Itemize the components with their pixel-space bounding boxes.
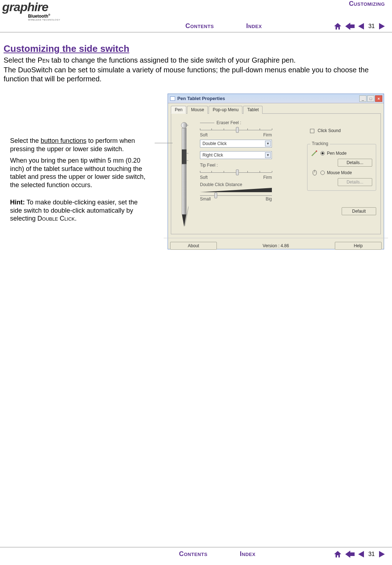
tab-popup-menu[interactable]: Pop-up Menu (209, 106, 242, 114)
svg-marker-21 (379, 551, 385, 557)
lower-switch-combo[interactable]: Right Click ▼ (200, 151, 272, 159)
page-title: Customizing the side switch (4, 43, 384, 54)
tip-feel-label: Tip Feel : (200, 163, 300, 168)
svg-marker-18 (334, 551, 341, 557)
lower-switch-value: Right Click (202, 153, 223, 158)
pen-tablet-properties-window: Pen Tablet Properties _ □ × Pen Mouse Po… (168, 94, 384, 249)
pen-mode-details-button[interactable]: Details... (338, 159, 372, 167)
footer-nav-icons: 31 (334, 551, 385, 558)
main-content: Customizing the side switch Select the P… (0, 32, 392, 547)
section-link-customizing[interactable]: Customizing (349, 0, 385, 8)
help-button[interactable]: Help (335, 242, 382, 250)
page-header: graphire Bluetooth® WIRELESS TECHNOLOGY … (0, 0, 392, 32)
next-icon[interactable] (379, 551, 385, 557)
footer-contents-link[interactable]: Contents (179, 550, 208, 558)
svg-rect-5 (182, 128, 186, 150)
home-icon[interactable] (334, 551, 342, 558)
chevron-down-icon: ▼ (265, 152, 271, 158)
eraser-feel-slider[interactable]: Soft Firm (200, 127, 300, 137)
footer-page-number: 31 (368, 551, 375, 557)
svg-marker-20 (358, 551, 364, 557)
home-icon[interactable] (334, 23, 342, 30)
svg-point-15 (316, 150, 317, 152)
back-big-icon[interactable] (345, 551, 355, 558)
upper-switch-value: Double Click (202, 141, 227, 146)
svg-marker-3 (379, 23, 385, 30)
svg-marker-13 (200, 188, 272, 192)
dcd-label: Double Click Distance (200, 182, 300, 187)
default-button[interactable]: Default (342, 207, 376, 215)
pen-illustration (176, 120, 193, 230)
button-functions-link[interactable]: button functions (41, 137, 86, 144)
tab-pen[interactable]: Pen (171, 106, 186, 114)
tracking-group: Tracking Pen Mode Details... (307, 144, 376, 191)
version-label: Version : 4.86 (224, 243, 328, 248)
tab-tablet[interactable]: Tablet (243, 106, 263, 114)
window-app-icon (170, 96, 175, 101)
callout-p1: Select the button functions to perform w… (10, 137, 150, 153)
brand-sub: Bluetooth (28, 14, 48, 19)
svg-marker-2 (358, 23, 364, 30)
upper-switch-combo[interactable]: Double Click ▼ (200, 140, 272, 148)
chevron-down-icon: ▼ (265, 141, 271, 146)
callout-leader-line (155, 143, 173, 143)
close-icon[interactable]: × (375, 95, 382, 102)
callout-p2: When you bring the pen tip within 5 mm (… (10, 157, 150, 189)
brand-logo: graphire Bluetooth® WIRELESS TECHNOLOGY (2, 0, 60, 21)
dialog-footer: About Version : 4.86 Help (164, 238, 388, 253)
svg-rect-6 (182, 150, 186, 164)
svg-marker-1 (345, 23, 355, 30)
prev-icon[interactable] (358, 23, 364, 30)
prev-icon[interactable] (358, 551, 364, 557)
back-big-icon[interactable] (345, 23, 355, 30)
window-title: Pen Tablet Properties (177, 96, 359, 101)
dialog-tabs: Pen Mouse Pop-up Menu Tablet (168, 103, 384, 113)
pen-icon (311, 150, 318, 157)
maximize-icon[interactable]: □ (367, 95, 374, 102)
callout-hint: Hint: To make double-clicking easier, se… (10, 198, 150, 223)
page-number: 31 (368, 23, 375, 30)
tracking-legend: Tracking (310, 141, 330, 146)
brand-text: graphire (2, 0, 48, 14)
contents-link[interactable]: Contents (185, 22, 214, 30)
next-icon[interactable] (379, 23, 385, 30)
minimize-icon[interactable]: _ (359, 95, 366, 102)
tab-mouse[interactable]: Mouse (187, 106, 208, 114)
svg-rect-7 (182, 164, 186, 214)
mouse-icon (311, 170, 318, 176)
page-footer: Contents Index 31 (0, 547, 392, 565)
click-sound-checkbox[interactable] (310, 129, 314, 133)
about-button[interactable]: About (170, 242, 217, 250)
window-titlebar: Pen Tablet Properties _ □ × (168, 94, 384, 103)
callout-column: Select the button functions to perform w… (4, 94, 155, 226)
tab-panel-pen: Eraser Feel : (171, 113, 381, 234)
svg-marker-19 (345, 551, 355, 558)
pen-mode-radio[interactable] (320, 151, 325, 155)
svg-point-4 (181, 122, 187, 128)
mouse-mode-details-button: Details... (338, 178, 372, 186)
intro-p2: The DuoSwitch can be set to simulate a v… (4, 65, 384, 83)
svg-line-14 (312, 152, 316, 156)
svg-marker-8 (182, 214, 186, 227)
brand-sub2: WIRELESS TECHNOLOGY (28, 19, 60, 21)
intro-p1: Select the Pen tab to change the functio… (4, 56, 384, 65)
click-sound-row[interactable]: Click Sound (310, 128, 376, 133)
footer-index-link[interactable]: Index (240, 550, 256, 558)
svg-marker-0 (334, 23, 341, 30)
header-nav-icons: 31 (334, 23, 385, 30)
index-link[interactable]: Index (246, 22, 262, 30)
mouse-mode-radio[interactable] (320, 171, 325, 175)
eraser-feel-label: Eraser Feel : (200, 120, 300, 125)
tip-feel-slider[interactable]: Soft Firm (200, 169, 300, 180)
